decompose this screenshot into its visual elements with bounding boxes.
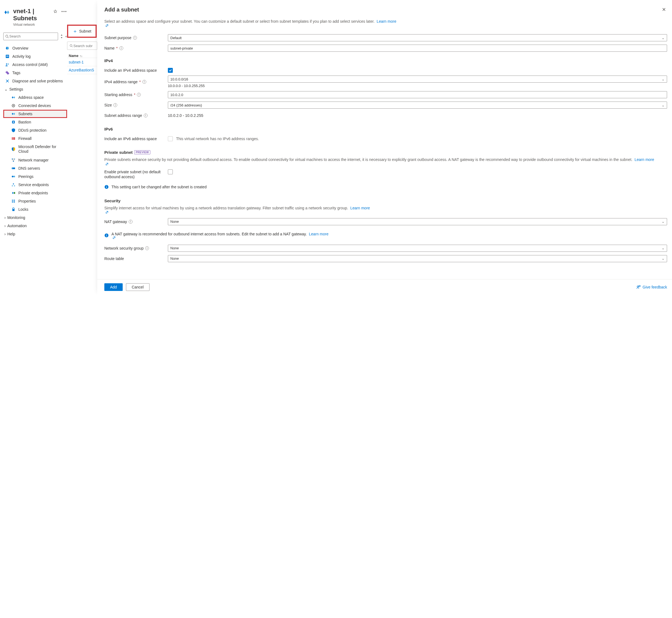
svg-rect-29 xyxy=(12,209,14,211)
info-icon[interactable]: i xyxy=(113,103,117,107)
info-icon[interactable]: i xyxy=(133,36,137,40)
route-table-select[interactable]: None ⌄ xyxy=(168,255,667,262)
diagnose-icon xyxy=(5,79,10,83)
nav-network-manager[interactable]: Network manager xyxy=(3,156,67,164)
subnet-range-label: Subnet address range xyxy=(104,113,142,118)
nav-label: Settings xyxy=(9,87,23,91)
nat-gateway-select[interactable]: None ⌄ xyxy=(168,218,667,225)
nav-activity-log[interactable]: Activity log xyxy=(3,52,67,61)
table-row[interactable]: AzureBastionS xyxy=(67,66,97,74)
nav-subnets[interactable]: Subnets xyxy=(3,110,67,118)
svg-point-21 xyxy=(12,176,13,177)
nav-help-toggle[interactable]: › Help xyxy=(3,230,67,238)
nav-ddos[interactable]: DDoS protection xyxy=(3,126,67,134)
include-ipv4-checkbox[interactable] xyxy=(168,68,173,73)
nav-locks[interactable]: Locks xyxy=(3,205,67,213)
sort-icon: ↑↓ xyxy=(79,54,82,58)
ipv6-disabled-msg: This virtual network has no IPv6 address… xyxy=(176,136,259,141)
nat-gateway-label: NAT gateway xyxy=(104,219,127,224)
nav-label: Bastion xyxy=(18,120,31,124)
nav-peerings[interactable]: Peerings xyxy=(3,173,67,181)
svg-point-24 xyxy=(12,185,13,186)
ipv4-range-select[interactable]: 10.0.0.0/16 ⌄ xyxy=(168,76,667,83)
nav-address-space[interactable]: Address space xyxy=(3,93,67,102)
cancel-button[interactable]: Cancel xyxy=(126,283,150,291)
size-select[interactable]: /24 (256 addresses) ⌄ xyxy=(168,102,667,109)
peerings-icon xyxy=(11,174,16,179)
nav-label: Private endpoints xyxy=(18,191,48,195)
nav-properties[interactable]: Properties xyxy=(3,197,67,205)
nsg-select[interactable]: None ⌄ xyxy=(168,245,667,252)
chevron-down-icon: ⌄ xyxy=(662,103,665,107)
favorite-star-icon[interactable] xyxy=(53,9,58,14)
nav-label: Properties xyxy=(18,199,36,203)
enable-private-checkbox[interactable] xyxy=(168,170,173,174)
info-icon[interactable]: i xyxy=(137,93,141,97)
info-icon[interactable]: i xyxy=(119,46,123,50)
nav-search[interactable] xyxy=(3,32,58,40)
nav-service-endpoints[interactable]: Service endpoints xyxy=(3,181,67,189)
subnet-range-value: 10.0.2.0 - 10.0.2.255 xyxy=(168,113,203,118)
info-icon[interactable]: i xyxy=(142,80,146,84)
nav-defender[interactable]: Microsoft Defender for Cloud xyxy=(3,142,67,156)
more-actions-icon[interactable]: ••• xyxy=(61,9,67,14)
feedback-icon xyxy=(636,285,641,289)
nav-firewall[interactable]: Firewall xyxy=(3,134,67,142)
give-feedback-link[interactable]: Give feedback xyxy=(636,285,667,289)
panel-intro: Select an address space and configure yo… xyxy=(104,19,667,27)
svg-point-7 xyxy=(6,72,7,72)
nav-connected-devices[interactable]: Connected devices xyxy=(3,102,67,110)
name-input[interactable] xyxy=(168,44,667,52)
add-button[interactable]: Add xyxy=(104,283,123,291)
page-subtitle: Virtual network xyxy=(13,23,50,26)
subnet-search[interactable] xyxy=(67,41,97,50)
nav-dns[interactable]: DNS servers xyxy=(3,164,67,173)
nav-label: Connected devices xyxy=(18,103,51,108)
starting-address-label: Starting address xyxy=(104,93,132,97)
table-header-name[interactable]: Name ↑↓ xyxy=(67,54,97,58)
nav-bastion[interactable]: Bastion xyxy=(3,118,67,126)
ipv4-range-label: IPv4 address range xyxy=(104,80,138,84)
svg-point-0 xyxy=(6,35,8,37)
nav-label: Microsoft Defender for Cloud xyxy=(18,144,66,154)
subnet-search-input[interactable] xyxy=(73,43,95,48)
chevron-right-icon: › xyxy=(4,215,6,220)
private-subnet-desc: Private subnets enhance security by not … xyxy=(104,157,667,165)
page-title: vnet-1 | Subnets xyxy=(13,8,50,22)
callout-text: This setting can't be changed after the … xyxy=(111,185,206,189)
nav-label: Locks xyxy=(18,207,28,212)
nav-label: DNS servers xyxy=(18,166,40,171)
nav-label: Monitoring xyxy=(7,215,25,220)
nav-monitoring-toggle[interactable]: › Monitoring xyxy=(3,213,67,222)
nav-search-input[interactable] xyxy=(9,34,56,38)
subnet-purpose-select[interactable]: Default ⌄ xyxy=(168,34,667,41)
expand-collapse-icon[interactable] xyxy=(60,34,63,38)
route-table-label: Route table xyxy=(104,256,124,261)
info-icon[interactable]: i xyxy=(129,220,133,224)
chevron-right-icon: › xyxy=(4,232,6,236)
collapse-nav-icon[interactable]: « xyxy=(65,34,67,38)
table-row[interactable]: subnet-1 xyxy=(67,58,97,66)
nav-access-control[interactable]: Access control (IAM) xyxy=(3,61,67,69)
info-icon[interactable]: i xyxy=(144,114,148,117)
nav-automation-toggle[interactable]: › Automation xyxy=(3,222,67,230)
nav-settings-toggle[interactable]: ⌄ Settings xyxy=(3,85,67,93)
nav-overview[interactable]: Overview xyxy=(3,44,67,52)
nav-tags[interactable]: Tags xyxy=(3,69,67,77)
subnets-icon xyxy=(11,112,16,116)
svg-rect-3 xyxy=(6,56,8,56)
chevron-down-icon: ⌄ xyxy=(4,87,8,91)
add-subnet-button[interactable]: ＋ Subnet xyxy=(69,27,94,35)
starting-address-input[interactable] xyxy=(168,91,667,98)
private-subnet-heading: Private subnetPREVIEW xyxy=(104,150,667,154)
svg-point-5 xyxy=(6,64,7,65)
nav-private-endpoints[interactable]: Private endpoints xyxy=(3,189,67,197)
select-value: None xyxy=(170,246,179,250)
add-subnet-panel: Add a subnet ✕ Select an address space a… xyxy=(97,0,672,295)
info-icon[interactable]: i xyxy=(145,246,149,250)
nav-label: Activity log xyxy=(12,54,31,59)
nav-label: Access control (IAM) xyxy=(12,63,48,67)
close-icon[interactable]: ✕ xyxy=(661,5,667,14)
chevron-down-icon: ⌄ xyxy=(662,246,665,250)
nav-diagnose[interactable]: Diagnose and solve problems xyxy=(3,77,67,85)
